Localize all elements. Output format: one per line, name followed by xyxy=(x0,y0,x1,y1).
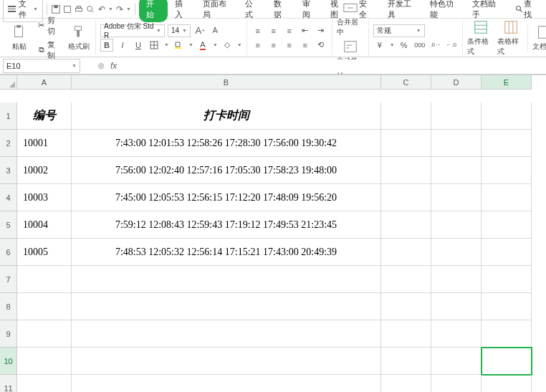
row-header-8[interactable]: 8 xyxy=(0,293,17,320)
cell-D1[interactable] xyxy=(431,102,482,130)
cancel-icon[interactable]: ⊗ xyxy=(97,61,105,71)
cell-A5[interactable]: 10004 xyxy=(17,211,72,239)
italic-button[interactable]: I xyxy=(116,39,129,52)
row-header-9[interactable]: 9 xyxy=(0,320,17,348)
cell-B9[interactable] xyxy=(72,320,381,348)
row-header-4[interactable]: 4 xyxy=(0,184,17,211)
col-header-E[interactable]: E xyxy=(482,75,532,90)
undo-icon[interactable]: ↶ xyxy=(97,4,106,14)
row-header-7[interactable]: 7 xyxy=(0,266,17,293)
cell-A8[interactable] xyxy=(17,293,72,320)
row-header-6[interactable]: 6 xyxy=(0,239,17,266)
underline-button[interactable]: U xyxy=(132,39,145,52)
cell-A3[interactable]: 10002 xyxy=(17,157,72,184)
paste-button[interactable]: 粘贴 xyxy=(7,24,32,52)
cell-B10[interactable] xyxy=(72,348,381,375)
tab-公式[interactable]: 公式 xyxy=(238,0,267,22)
cell-B4[interactable]: 7:45:00 12:05:53 12:56:15 17:12:20 17:48… xyxy=(72,184,381,211)
cond-format-button[interactable]: 条件格式 xyxy=(467,19,494,57)
print-icon[interactable] xyxy=(74,4,84,14)
cell-B7[interactable] xyxy=(72,266,381,293)
row-header-11[interactable]: 11 xyxy=(0,375,17,392)
cell-D3[interactable] xyxy=(431,157,482,184)
cell-E2[interactable] xyxy=(482,130,532,157)
border-button[interactable] xyxy=(148,39,161,52)
cell-E10[interactable] xyxy=(482,348,532,375)
tab-审阅[interactable]: 审阅 xyxy=(295,0,324,22)
cell-A9[interactable] xyxy=(17,320,72,348)
increase-indent-button[interactable]: ⇥ xyxy=(315,24,327,37)
merge-center-button[interactable]: 合并居中 xyxy=(337,0,364,37)
chevron-down-icon[interactable]: ▼ xyxy=(108,6,113,11)
currency-button[interactable]: ¥ xyxy=(373,39,386,52)
cell-A7[interactable] xyxy=(17,266,72,293)
cell-D10[interactable] xyxy=(431,348,482,375)
orientation-button[interactable]: ⟲ xyxy=(315,39,327,52)
cell-D11[interactable] xyxy=(431,375,482,392)
cell-C3[interactable] xyxy=(381,157,431,184)
align-left-button[interactable]: ≡ xyxy=(252,39,264,52)
align-bottom-button[interactable]: ≡ xyxy=(283,24,296,37)
name-box[interactable]: E10 ▼ xyxy=(3,59,80,73)
cell-C11[interactable] xyxy=(381,375,431,392)
cell-D4[interactable] xyxy=(431,184,482,211)
tab-特色功能[interactable]: 特色功能 xyxy=(423,0,465,22)
percent-button[interactable]: % xyxy=(398,39,411,52)
cell-E3[interactable] xyxy=(482,157,532,184)
increase-decimal-button[interactable]: .0→ xyxy=(429,39,442,52)
chevron-down-icon[interactable]: ▼ xyxy=(237,42,242,47)
redo-icon[interactable]: ↷ xyxy=(115,4,124,14)
bold-button[interactable]: B xyxy=(100,39,113,52)
align-middle-button[interactable]: ≡ xyxy=(267,24,280,37)
cell-B2[interactable]: 7:43:00 12:01:53 12:58:26 17:28:30 17:56… xyxy=(72,130,381,157)
tab-页面布局[interactable]: 页面布局 xyxy=(196,0,238,22)
number-format-select[interactable]: 常规▼ xyxy=(373,24,425,37)
align-top-button[interactable]: ≡ xyxy=(252,24,264,37)
cell-A1[interactable]: 编号 xyxy=(17,102,72,130)
row-header-1[interactable]: 1 xyxy=(0,102,17,130)
cell-E4[interactable] xyxy=(482,184,532,211)
cell-C5[interactable] xyxy=(381,211,431,239)
chevron-down-icon[interactable]: ▼ xyxy=(188,42,193,47)
cell-D8[interactable] xyxy=(431,293,482,320)
justify-button[interactable]: ≡ xyxy=(299,39,312,52)
row-header-5[interactable]: 5 xyxy=(0,211,17,239)
table-style-button[interactable]: 表格样式 xyxy=(497,19,525,57)
cell-D9[interactable] xyxy=(431,320,482,348)
file-menu[interactable]: 文件 ▼ xyxy=(3,0,43,22)
decrease-indent-button[interactable]: ⇤ xyxy=(299,24,312,37)
cell-D7[interactable] xyxy=(431,266,482,293)
cell-B8[interactable] xyxy=(72,293,381,320)
font-name-select[interactable]: Adobe 仿宋 Std R▼ xyxy=(100,24,165,37)
cell-A10[interactable] xyxy=(17,348,72,375)
cell-A4[interactable]: 10003 xyxy=(17,184,72,211)
cell-C7[interactable] xyxy=(381,266,431,293)
cell-E1[interactable] xyxy=(482,102,532,130)
chevron-down-icon[interactable]: ▼ xyxy=(164,42,169,47)
cell-D5[interactable] xyxy=(431,211,482,239)
comma-button[interactable]: 000 xyxy=(413,39,426,52)
col-header-B[interactable]: B xyxy=(72,75,381,90)
cell-C1[interactable] xyxy=(381,102,431,130)
cell-A11[interactable] xyxy=(17,375,72,392)
formula-input[interactable] xyxy=(123,59,546,72)
clear-format-button[interactable]: ◇ xyxy=(221,39,234,52)
cell-C9[interactable] xyxy=(381,320,431,348)
cell-B3[interactable]: 7:56:00 12:02:40 12:57:16 17:05:30 17:58… xyxy=(72,157,381,184)
cell-E11[interactable] xyxy=(482,375,532,392)
save-icon[interactable] xyxy=(51,4,61,14)
cell-E7[interactable] xyxy=(482,266,532,293)
col-header-A[interactable]: A xyxy=(17,75,72,90)
cell-A2[interactable]: 10001 xyxy=(17,130,72,157)
chevron-down-icon[interactable]: ▼ xyxy=(213,42,218,47)
cell-C10[interactable] xyxy=(381,348,431,375)
increase-font-button[interactable]: A+ xyxy=(193,24,206,37)
tab-数据[interactable]: 数据 xyxy=(267,0,295,22)
row-header-10[interactable]: 10 xyxy=(0,348,17,375)
spreadsheet-grid[interactable]: ABCDE1编号打卡时间2100017:43:00 12:01:53 12:58… xyxy=(0,75,546,392)
cell-C4[interactable] xyxy=(381,184,431,211)
print-preview-icon[interactable] xyxy=(62,4,72,14)
preview-icon[interactable] xyxy=(85,4,95,14)
col-header-D[interactable]: D xyxy=(431,75,482,90)
tab-插入[interactable]: 插入 xyxy=(168,0,196,22)
